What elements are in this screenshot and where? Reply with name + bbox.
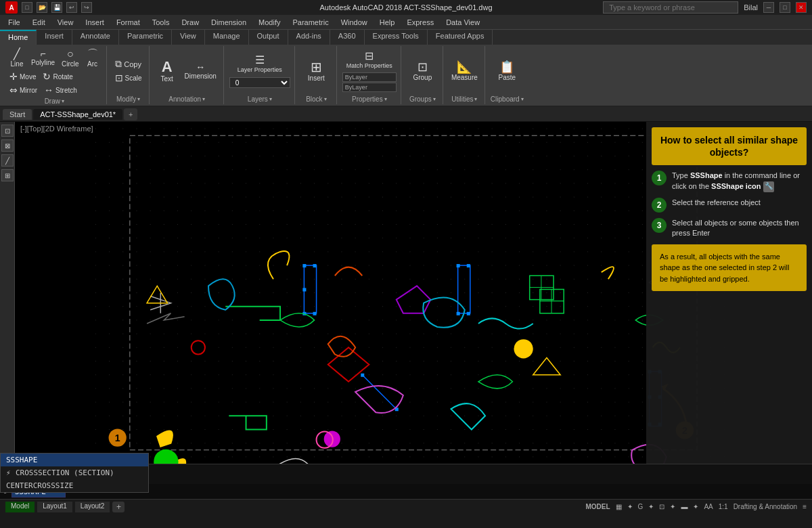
customization-toggle[interactable]: ≡ (803, 503, 807, 510)
menu-parametric[interactable]: Parametric (287, 17, 334, 28)
tab-model[interactable]: Model (5, 502, 35, 512)
tool-match-properties[interactable]: ⊟ Match Properties (344, 49, 395, 71)
tool-measure[interactable]: 📐 Measure (449, 60, 480, 83)
draw-group-arrow[interactable]: ▾ (62, 98, 64, 104)
block-group-label: Block ▾ (306, 94, 326, 103)
qat-redo[interactable]: ↪ (81, 2, 92, 13)
tab-layout2[interactable]: Layout2 (75, 502, 110, 512)
menu-insert[interactable]: Insert (80, 17, 110, 28)
svg-rect-18 (467, 264, 470, 267)
tab-manage[interactable]: Manage (205, 30, 249, 45)
menu-modify[interactable]: Modify (253, 17, 286, 28)
menu-draw[interactable]: Draw (176, 17, 204, 28)
tab-active-file[interactable]: ACT-SSShape_dev01* (33, 109, 122, 120)
menu-file[interactable]: File (3, 17, 26, 28)
ac-item-centercrosssize[interactable]: CENTERCROSSSIZE (1, 479, 148, 492)
layers-group-label: Layers ▾ (248, 94, 272, 103)
menu-express[interactable]: Express (401, 17, 439, 28)
tool-insert[interactable]: ⊞ Insert (301, 59, 331, 83)
tab-home[interactable]: Home (0, 30, 37, 45)
tab-start[interactable]: Start (3, 109, 32, 120)
ac-item-ssshape[interactable]: SSSHAPE (1, 454, 148, 466)
snap-toggle[interactable]: ✦ (627, 503, 633, 510)
lineweight-toggle[interactable]: ▬ (681, 503, 687, 510)
left-tool-3[interactable]: ╱ (1, 154, 14, 167)
bylayer-dropdown-1[interactable]: ByLayer (342, 72, 397, 82)
otrack-toggle[interactable]: ✦ (670, 503, 675, 510)
user-name: Bilal (744, 3, 758, 12)
tool-polyline[interactable]: ⌐ Polyline (28, 47, 58, 69)
osnap-toggle[interactable]: ⊡ (659, 503, 664, 510)
svg-rect-13 (313, 264, 317, 267)
text-label: Text (160, 75, 173, 83)
tool-stretch[interactable]: ↔Stretch (41, 84, 80, 96)
polar-toggle[interactable]: ✦ (648, 503, 654, 510)
bylayer-dropdown-2[interactable]: ByLayer (342, 83, 397, 92)
left-tool-2[interactable]: ⊠ (1, 139, 14, 152)
ortho-toggle[interactable]: G (638, 503, 644, 510)
menu-view[interactable]: View (52, 17, 79, 28)
layout-add-button[interactable]: + (112, 502, 125, 512)
tool-paste[interactable]: 📋 Paste (492, 60, 522, 83)
utilities-group-arrow[interactable]: ▾ (474, 96, 477, 102)
menu-window[interactable]: Window (336, 17, 373, 28)
menu-tools[interactable]: Tools (147, 17, 175, 28)
transparency-toggle[interactable]: ✦ (693, 503, 698, 510)
ribbon: Home Insert Annotate Parametric View Man… (0, 30, 812, 107)
tool-move[interactable]: ✛Move (7, 70, 39, 83)
canvas-area: [-][Top][2D Wireframe] (15, 122, 812, 464)
ac-item-crosssection[interactable]: ⚡CROSSSECTION (SECTION) (1, 466, 148, 479)
instruction-header: How to select all similar shape objects? (652, 127, 807, 165)
annotation-group-arrow[interactable]: ▾ (202, 96, 205, 102)
menu-help[interactable]: Help (374, 17, 401, 28)
tab-addins[interactable]: Add-ins (288, 30, 330, 45)
tool-line[interactable]: ╱ Line (7, 47, 27, 69)
tab-express-tools[interactable]: Express Tools (365, 30, 428, 45)
clipboard-group-arrow[interactable]: ▾ (521, 96, 524, 102)
tool-circle[interactable]: ○ Circle (59, 47, 82, 69)
tool-arc[interactable]: ⌒ Arc (83, 47, 102, 69)
tab-a360[interactable]: A360 (330, 30, 365, 45)
search-input[interactable] (603, 1, 738, 14)
tab-output[interactable]: Output (249, 30, 288, 45)
layers-group-arrow[interactable]: ▾ (269, 96, 272, 102)
menu-dataview[interactable]: Data View (441, 17, 485, 28)
tool-text[interactable]: A Text (155, 58, 179, 84)
tool-copy[interactable]: ⧉ Copy (112, 58, 144, 70)
grid-toggle[interactable]: ▦ (616, 503, 622, 510)
maximize-btn[interactable]: □ (780, 2, 790, 13)
groups-group-arrow[interactable]: ▾ (433, 96, 436, 102)
tab-layout1[interactable]: Layout1 (37, 502, 72, 512)
tab-add-button[interactable]: + (124, 108, 137, 120)
menu-format[interactable]: Format (111, 17, 145, 28)
left-tool-4[interactable]: ⊞ (1, 169, 14, 181)
menu-edit[interactable]: Edit (27, 17, 51, 28)
menu-dimension[interactable]: Dimension (206, 17, 252, 28)
qat-open[interactable]: 📂 (37, 2, 47, 13)
qat-undo[interactable]: ↩ (66, 2, 77, 13)
tool-rotate[interactable]: ↻Rotate (40, 70, 75, 83)
tab-parametric[interactable]: Parametric (119, 30, 172, 45)
layer-dropdown[interactable]: 0 (229, 77, 290, 88)
minimize-btn[interactable]: ─ (763, 2, 774, 13)
left-tool-1[interactable]: ⊡ (1, 125, 14, 137)
tool-group[interactable]: ⊡ Group (407, 60, 437, 83)
tab-insert[interactable]: Insert (37, 30, 72, 45)
tab-featured-apps[interactable]: Featured Apps (428, 30, 493, 45)
tool-dimension[interactable]: ↔ Dimension (182, 61, 219, 81)
title-right: Bilal ─ □ ✕ (603, 1, 807, 14)
tool-scale[interactable]: ⊡Scale (112, 72, 145, 84)
properties-tools: ⊟ Match Properties ByLayer ByLayer (342, 47, 397, 94)
close-btn[interactable]: ✕ (796, 2, 807, 13)
modify-group-arrow[interactable]: ▾ (137, 96, 140, 102)
block-group-arrow[interactable]: ▾ (324, 96, 327, 102)
qat-save[interactable]: 💾 (51, 2, 62, 13)
annotationscale-label: 1:1 (719, 503, 728, 510)
tool-mirror[interactable]: ⇔Mirror (7, 84, 40, 96)
tab-view[interactable]: View (172, 30, 205, 45)
selection-toggle[interactable]: AA (704, 503, 713, 510)
tab-annotate[interactable]: Annotate (72, 30, 119, 45)
qat-new[interactable]: □ (22, 2, 32, 13)
tool-layer-properties[interactable]: ☰ Layer Properties (235, 53, 285, 75)
properties-group-arrow[interactable]: ▾ (384, 96, 387, 102)
